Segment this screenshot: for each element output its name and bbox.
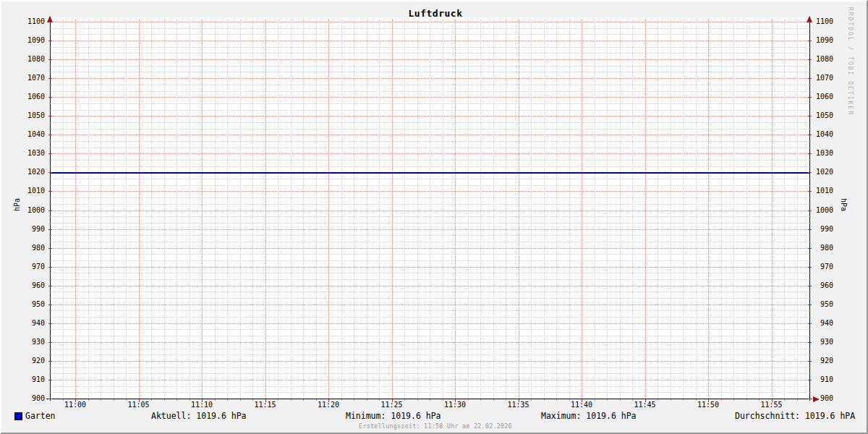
x-axis-tick xyxy=(63,399,64,401)
x-axis-tick xyxy=(367,399,367,401)
x-axis-tick xyxy=(252,399,253,401)
y-axis-tick xyxy=(48,172,52,173)
y-axis-tick-label-right: 1050 xyxy=(804,112,833,119)
v-gridline-minor xyxy=(797,20,798,399)
legend-stat-aktuell: Aktuell: 1019.6 hPa xyxy=(151,412,247,421)
x-axis-tick xyxy=(164,399,165,401)
y-axis-tick-label-left: 1020 xyxy=(16,169,45,176)
y-axis-tick xyxy=(809,148,811,148)
y-axis-tick xyxy=(48,248,52,249)
v-gridline-minor xyxy=(595,20,595,399)
rrdtool-watermark: RRDTOOL / TOBI OETIKER xyxy=(847,7,854,116)
y-axis-tick xyxy=(49,197,51,198)
y-axis-tick xyxy=(809,298,811,299)
v-gridline-major xyxy=(519,20,519,399)
y-axis-tick xyxy=(809,317,811,318)
y-axis-tick xyxy=(809,329,811,330)
v-gridline-minor xyxy=(291,20,292,399)
y-axis-tick xyxy=(49,34,51,35)
y-axis-tick xyxy=(49,235,51,236)
y-axis-tick xyxy=(49,260,51,261)
x-axis-tick xyxy=(721,399,722,401)
v-gridline-minor xyxy=(101,20,101,399)
v-gridline-minor xyxy=(88,20,89,399)
y-axis-tick xyxy=(809,160,811,161)
x-axis-tick xyxy=(544,399,545,401)
y-axis-tick-label-right: 1090 xyxy=(804,37,833,44)
x-axis-tick xyxy=(354,399,354,401)
y-axis-tick xyxy=(809,179,811,179)
v-gridline-major xyxy=(455,20,456,399)
v-gridline-minor xyxy=(215,20,216,399)
y-axis-tick xyxy=(49,85,51,85)
v-gridline-major xyxy=(772,20,773,399)
y-axis-tick-label-left: 900 xyxy=(16,395,45,402)
y-axis-tick xyxy=(49,28,51,29)
y-axis-tick xyxy=(49,298,51,299)
y-axis-tick-label-left: 1100 xyxy=(16,18,45,25)
y-axis-tick xyxy=(809,354,811,355)
v-gridline-minor xyxy=(746,20,747,399)
y-axis-tick xyxy=(809,185,811,186)
y-axis-tick-label-right: 960 xyxy=(804,282,833,289)
v-gridline-minor xyxy=(278,20,278,399)
y-axis-tick xyxy=(49,373,51,374)
y-axis-tick-label-left: 980 xyxy=(16,244,45,252)
v-gridline-minor xyxy=(417,20,418,399)
y-axis-tick xyxy=(809,122,811,123)
y-axis-tick xyxy=(809,204,811,205)
x-axis-tick xyxy=(88,399,89,401)
x-axis-tick xyxy=(506,399,506,401)
x-axis-tick xyxy=(379,399,380,401)
y-axis-tick-label-left: 950 xyxy=(16,301,45,308)
y-axis-tick xyxy=(49,160,51,161)
y-axis-tick xyxy=(809,292,811,292)
x-axis-tick xyxy=(759,399,760,401)
v-gridline-minor xyxy=(443,20,443,399)
v-gridline-minor xyxy=(164,20,165,399)
y-axis-tick xyxy=(49,66,51,67)
x-axis-tick xyxy=(733,399,734,401)
v-gridline-major xyxy=(645,20,646,399)
rrdtool-graph: Luftdruck RRDTOOL / TOBI OETIKER hPa hPa… xyxy=(0,0,868,434)
y-axis-tick xyxy=(49,53,51,54)
y-axis-tick xyxy=(48,135,52,135)
y-axis-tick-label-right: 930 xyxy=(804,339,833,346)
x-axis-tick-label: 11:20 xyxy=(312,401,344,409)
v-gridline-minor xyxy=(493,20,494,399)
y-axis-tick xyxy=(49,292,51,292)
y-axis-tick xyxy=(49,122,51,123)
y-axis-tick xyxy=(49,354,51,355)
y-axis-tick xyxy=(48,210,52,211)
y-axis-tick xyxy=(49,329,51,330)
y-axis-tick xyxy=(49,367,51,368)
y-axis-tick xyxy=(49,47,51,48)
v-gridline-minor xyxy=(114,20,114,399)
y-axis-tick-label-left: 1010 xyxy=(16,187,45,195)
y-axis-tick xyxy=(48,22,52,22)
y-axis-tick-label-left: 990 xyxy=(16,226,45,233)
v-gridline-minor xyxy=(607,20,608,399)
y-axis-tick xyxy=(809,72,811,72)
y-axis-tick xyxy=(49,254,51,255)
y-axis-tick xyxy=(49,166,51,167)
y-axis-tick xyxy=(49,179,51,179)
y-axis-tick xyxy=(48,191,52,192)
y-axis-tick xyxy=(809,47,811,48)
v-gridline-major xyxy=(328,20,329,399)
x-axis-tick-label: 11:25 xyxy=(376,401,408,409)
x-axis-tick xyxy=(278,399,278,401)
legend-stat-minimum: Minimum: 1019.6 hPa xyxy=(346,412,441,421)
legend-stat-durchschnitt: Durchschnitt: 1019.6 hPA xyxy=(735,412,855,421)
y-axis-tick xyxy=(809,141,811,142)
x-axis-tick-label: 11:10 xyxy=(186,401,218,409)
x-axis-tick xyxy=(620,399,621,401)
v-gridline-minor xyxy=(354,20,354,399)
x-axis-tick-label: 11:15 xyxy=(250,401,281,409)
y-axis-tick-label-left: 1060 xyxy=(16,93,45,101)
y-axis-tick xyxy=(49,336,51,336)
x-axis-tick xyxy=(696,399,697,401)
y-axis-tick-label-right: 1100 xyxy=(804,18,833,25)
y-axis-tick-label-left: 940 xyxy=(16,320,45,327)
y-axis-tick xyxy=(48,267,52,268)
